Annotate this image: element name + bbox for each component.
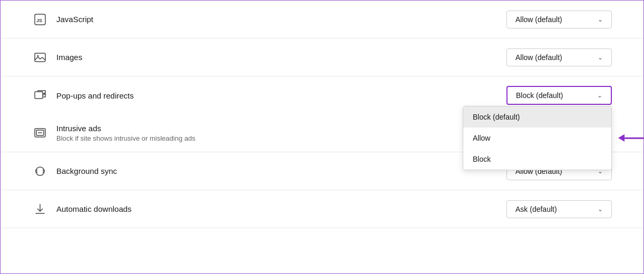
images-row: Images Allow (default) ⌄ xyxy=(1,38,643,76)
popups-dropdown-menu: Block (default) Allow Block xyxy=(463,106,612,170)
intrusive-ads-text: Intrusive ads Block if site shows intrus… xyxy=(56,124,196,142)
images-label: Images xyxy=(56,53,82,62)
arrow-annotation xyxy=(625,138,644,139)
svg-text:JS: JS xyxy=(36,18,42,23)
sync-icon xyxy=(32,163,48,179)
popups-option-allow[interactable]: Allow xyxy=(463,128,611,149)
images-left: Images xyxy=(32,50,82,65)
javascript-dropdown-container: Allow (default) ⌄ xyxy=(506,11,612,28)
popups-label: Pop-ups and redirects xyxy=(56,91,134,100)
automatic-downloads-dropdown[interactable]: Ask (default) ⌄ xyxy=(506,200,612,218)
js-icon: JS xyxy=(32,12,48,27)
popup-icon xyxy=(32,87,48,103)
ads-icon xyxy=(32,125,48,141)
javascript-label: JavaScript xyxy=(56,15,93,24)
popups-dropdown-container: Block (default) ⌄ Block (default) Allow xyxy=(506,86,612,105)
images-chevron-icon: ⌄ xyxy=(598,54,603,61)
popups-option-block-default[interactable]: Block (default) xyxy=(463,106,611,128)
popups-dropdown-value: Block (default) xyxy=(516,91,563,100)
popups-chevron-icon: ⌄ xyxy=(597,92,602,99)
background-sync-left: Background sync xyxy=(32,163,117,179)
settings-list: JS JavaScript Allow (default) ⌄ Images xyxy=(1,1,643,228)
automatic-downloads-chevron-icon: ⌄ xyxy=(598,206,603,213)
svg-rect-2 xyxy=(35,53,45,62)
images-dropdown-value: Allow (default) xyxy=(515,53,562,62)
automatic-downloads-row: Automatic downloads Ask (default) ⌄ xyxy=(1,190,643,228)
background-sync-label: Background sync xyxy=(56,167,117,175)
automatic-downloads-left: Automatic downloads xyxy=(32,201,132,217)
images-dropdown[interactable]: Allow (default) ⌄ xyxy=(506,48,612,66)
javascript-dropdown-value: Allow (default) xyxy=(515,15,562,24)
javascript-chevron-icon: ⌄ xyxy=(598,16,603,23)
popups-row: Pop-ups and redirects Block (default) ⌄ … xyxy=(1,76,643,114)
popups-dropdown[interactable]: Block (default) ⌄ xyxy=(506,86,612,105)
popups-left: Pop-ups and redirects xyxy=(32,87,134,103)
intrusive-ads-subtitle: Block if site shows intrusive or mislead… xyxy=(56,134,196,142)
download-icon xyxy=(32,201,48,217)
svg-rect-4 xyxy=(35,92,43,99)
intrusive-ads-left: Intrusive ads Block if site shows intrus… xyxy=(32,124,196,142)
intrusive-ads-label: Intrusive ads xyxy=(56,124,196,133)
javascript-row: JS JavaScript Allow (default) ⌄ xyxy=(1,1,643,38)
automatic-downloads-dropdown-value: Ask (default) xyxy=(515,205,557,213)
javascript-dropdown[interactable]: Allow (default) ⌄ xyxy=(506,11,612,28)
image-icon xyxy=(32,50,48,65)
automatic-downloads-label: Automatic downloads xyxy=(56,204,132,213)
popups-option-block[interactable]: Block xyxy=(463,149,611,170)
javascript-left: JS JavaScript xyxy=(32,12,93,27)
automatic-downloads-dropdown-container: Ask (default) ⌄ xyxy=(506,200,612,218)
images-dropdown-container: Allow (default) ⌄ xyxy=(506,48,612,66)
